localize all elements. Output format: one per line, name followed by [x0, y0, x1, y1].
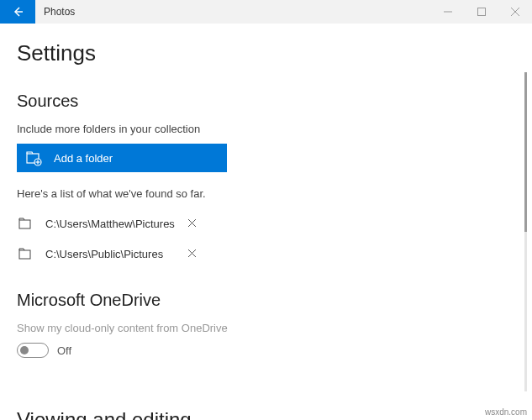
- onedrive-section: Microsoft OneDrive Show my cloud-only co…: [17, 291, 515, 358]
- scrollbar[interactable]: [524, 72, 527, 391]
- back-button[interactable]: [0, 0, 35, 24]
- sources-include-text: Include more folders in your collection: [17, 123, 515, 135]
- arrow-left-icon: [11, 5, 24, 18]
- titlebar: Photos: [0, 0, 532, 24]
- folder-icon: [17, 245, 34, 262]
- onedrive-toggle-row: Off: [17, 343, 515, 358]
- maximize-button[interactable]: [465, 0, 498, 24]
- svg-rect-12: [19, 250, 30, 259]
- viewing-section: Viewing and editing Linked duplicates: [17, 408, 515, 420]
- maximize-icon: [477, 8, 486, 16]
- close-icon: [188, 249, 196, 257]
- page-title: Settings: [17, 40, 515, 66]
- watermark: wsxdn.com: [485, 407, 527, 417]
- folder-list: C:\Users\Matthew\Pictures C:\Users\Publi…: [17, 208, 515, 269]
- close-icon: [188, 219, 196, 227]
- sources-list-intro: Here's a list of what we've found so far…: [17, 187, 515, 200]
- scrollbar-thumb[interactable]: [524, 72, 527, 232]
- window-controls: [431, 0, 532, 24]
- svg-rect-9: [19, 220, 30, 228]
- minimize-icon: [444, 8, 452, 16]
- folder-path: C:\Users\Public\Pictures: [45, 248, 163, 260]
- add-folder-icon: [25, 150, 42, 166]
- app-title: Photos: [35, 6, 75, 18]
- minimize-button[interactable]: [431, 0, 465, 24]
- folder-path: C:\Users\Matthew\Pictures: [45, 218, 175, 230]
- folder-row: C:\Users\Matthew\Pictures: [17, 208, 515, 239]
- close-button[interactable]: [498, 0, 532, 24]
- onedrive-toggle[interactable]: [17, 343, 49, 358]
- content-area: Settings Sources Include more folders in…: [0, 24, 532, 420]
- toggle-knob: [20, 346, 29, 354]
- folder-icon: [17, 215, 34, 232]
- onedrive-description: Show my cloud-only content from OneDrive: [17, 322, 515, 334]
- viewing-heading: Viewing and editing: [17, 408, 515, 420]
- remove-folder-button[interactable]: [179, 218, 204, 229]
- onedrive-toggle-label: Off: [57, 344, 71, 357]
- remove-folder-button[interactable]: [179, 248, 204, 260]
- onedrive-heading: Microsoft OneDrive: [17, 291, 515, 310]
- svg-rect-2: [478, 8, 486, 16]
- add-folder-button[interactable]: Add a folder: [17, 144, 227, 172]
- folder-row: C:\Users\Public\Pictures: [17, 239, 515, 269]
- close-icon: [511, 8, 519, 16]
- sources-heading: Sources: [17, 92, 515, 111]
- add-folder-label: Add a folder: [54, 152, 113, 165]
- sources-section: Sources Include more folders in your col…: [17, 92, 515, 269]
